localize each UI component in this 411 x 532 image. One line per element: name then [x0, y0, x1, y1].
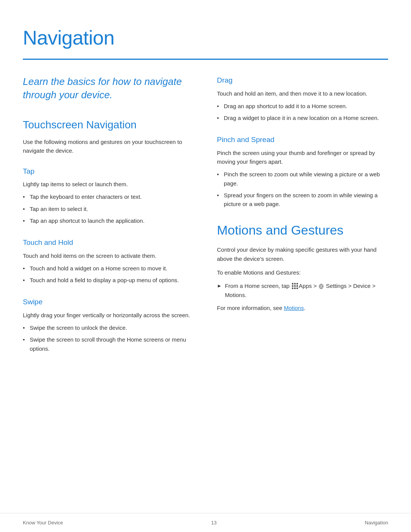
- list-item: Tap an item to select it.: [23, 204, 194, 213]
- touch-hold-bullets: Touch and hold a widget on a Home screen…: [23, 264, 194, 285]
- two-column-layout: Learn the basics for how to navigate thr…: [23, 75, 388, 365]
- swipe-intro: Lightly drag your finger vertically or h…: [23, 311, 194, 320]
- motions-link[interactable]: Motions: [284, 305, 304, 311]
- page-container: Navigation Learn the basics for how to n…: [0, 0, 411, 396]
- footer-right: Navigation: [365, 519, 388, 527]
- more-info-suffix: .: [304, 305, 305, 311]
- swipe-heading: Swipe: [23, 297, 194, 308]
- list-item: Touch and hold a field to display a pop-…: [23, 276, 194, 284]
- settings-icon: [318, 283, 324, 289]
- svg-point-0: [320, 286, 322, 288]
- list-item: Pinch the screen to zoom out while viewi…: [217, 170, 388, 188]
- footer-page-number: 13: [211, 519, 217, 527]
- list-item: Drag an app shortcut to add it to a Home…: [217, 102, 388, 110]
- pinch-spread-heading: Pinch and Spread: [217, 134, 388, 145]
- tap-bullets: Tap the keyboard to enter characters or …: [23, 192, 194, 225]
- list-item: Swipe the screen to scroll through the H…: [23, 335, 194, 353]
- drag-bullets: Drag an app shortcut to add it to a Home…: [217, 102, 388, 123]
- pinch-spread-subsection: Pinch and Spread Pinch the screen using …: [217, 134, 388, 208]
- page-footer: Know Your Device 13 Navigation: [0, 513, 411, 532]
- swipe-subsection: Swipe Lightly drag your finger verticall…: [23, 297, 194, 353]
- motions-section: Motions and Gestures Control your device…: [217, 220, 388, 312]
- tap-heading: Tap: [23, 166, 194, 177]
- touchscreen-section: Touchscreen Navigation Use the following…: [23, 117, 194, 353]
- enable-instruction: ► From a Home screen, tap Apps >: [217, 281, 388, 299]
- apps-label: Apps: [299, 283, 312, 289]
- left-column: Learn the basics for how to navigate thr…: [23, 75, 194, 365]
- title-divider: [23, 59, 388, 60]
- list-item: Drag a widget to place it in a new locat…: [217, 113, 388, 122]
- apps-icon: [292, 283, 298, 289]
- more-info-prefix: For more information, see: [217, 305, 282, 311]
- touchscreen-intro: Use the following motions and gestures o…: [23, 137, 194, 155]
- footer-left: Know Your Device: [23, 519, 63, 527]
- list-item: Spread your fingers on the screen to zoo…: [217, 191, 388, 209]
- tap-intro: Lightly tap items to select or launch th…: [23, 180, 194, 189]
- tap-subsection: Tap Lightly tap items to select or launc…: [23, 166, 194, 225]
- list-item: Touch and hold a widget on a Home screen…: [23, 264, 194, 273]
- intro-text: Learn the basics for how to navigate thr…: [23, 75, 194, 102]
- arrow-icon: ►: [217, 282, 222, 290]
- list-item: Swipe the screen to unlock the device.: [23, 323, 194, 332]
- drag-heading: Drag: [217, 75, 388, 86]
- touchscreen-heading: Touchscreen Navigation: [23, 117, 194, 133]
- pinch-spread-bullets: Pinch the screen to zoom out while viewi…: [217, 170, 388, 208]
- list-item: Tap an app shortcut to launch the applic…: [23, 216, 194, 225]
- drag-intro: Touch and hold an item, and then move it…: [217, 89, 388, 98]
- motions-heading: Motions and Gestures: [217, 220, 388, 240]
- more-info: For more information, see Motions.: [217, 304, 388, 313]
- touch-hold-intro: Touch and hold items on the screen to ac…: [23, 251, 194, 260]
- settings-label: Settings: [326, 283, 347, 289]
- touch-hold-subsection: Touch and Hold Touch and hold items on t…: [23, 237, 194, 284]
- instruction-text: From a Home screen, tap Apps > Setti: [225, 281, 388, 299]
- enable-text: To enable Motions and Gestures:: [217, 268, 388, 277]
- swipe-bullets: Swipe the screen to unlock the device. S…: [23, 323, 194, 353]
- motions-intro: Control your device by making specific g…: [217, 245, 388, 263]
- list-item: Tap the keyboard to enter characters or …: [23, 192, 194, 201]
- drag-subsection: Drag Touch and hold an item, and then mo…: [217, 75, 388, 122]
- from-text: From a Home screen, tap: [225, 283, 290, 289]
- pinch-spread-intro: Pinch the screen using your thumb and fo…: [217, 149, 388, 166]
- touch-hold-heading: Touch and Hold: [23, 237, 194, 248]
- page-title: Navigation: [23, 23, 388, 53]
- right-column: Drag Touch and hold an item, and then mo…: [217, 75, 388, 365]
